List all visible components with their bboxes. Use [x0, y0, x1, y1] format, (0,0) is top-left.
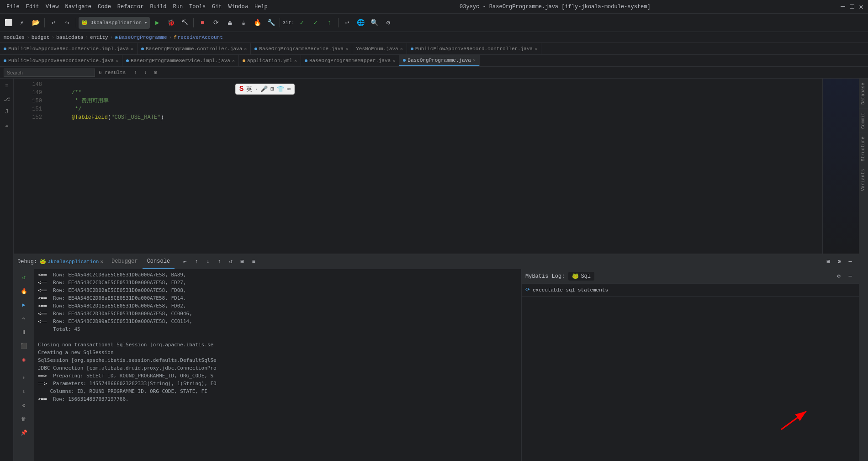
toolbar-translate[interactable]: 🌐: [355, 16, 367, 29]
menu-tools[interactable]: Tools: [186, 3, 208, 11]
toolbar-search[interactable]: 🔍: [368, 16, 381, 29]
menu-build[interactable]: Build: [147, 3, 169, 11]
console-btn-6[interactable]: ⊞: [237, 257, 247, 267]
git-arrow-up[interactable]: ↑: [323, 16, 336, 29]
toolbar-icon-7[interactable]: ⏏: [223, 16, 236, 29]
tab-publicflow-service[interactable]: PublicFlowApproveRecordService.java ✕: [0, 55, 122, 66]
toolbar-icon-9[interactable]: 🔥: [251, 16, 264, 29]
debug-tab-debugger[interactable]: Debugger: [107, 255, 143, 269]
debug-restart-btn[interactable]: ↺: [17, 271, 30, 284]
breadcrumb-baseorgprogramme[interactable]: ◉BaseOrgProgramme: [115, 34, 167, 40]
toolbar-icon-4[interactable]: ↩: [47, 16, 60, 29]
debug-settings-btn[interactable]: ⚙: [834, 257, 844, 267]
vtab-commit[interactable]: Commit: [859, 108, 868, 132]
debug-button[interactable]: 🐞: [164, 16, 177, 29]
debug-trash-btn[interactable]: 🗑: [17, 413, 30, 425]
git-check-1[interactable]: ✓: [296, 16, 308, 29]
menu-window[interactable]: Window: [226, 3, 251, 11]
menu-view[interactable]: View: [43, 3, 62, 11]
tab-controller[interactable]: BaseOrgProgramme.controller.java ✕: [138, 43, 251, 54]
tab-close-3[interactable]: ✕: [345, 46, 348, 52]
search-input[interactable]: [4, 69, 95, 77]
vtab-variants[interactable]: Variants: [859, 165, 868, 195]
tab-application-yml[interactable]: application.yml ✕: [239, 55, 301, 66]
mybatis-minimize-btn[interactable]: ─: [845, 271, 855, 281]
tab-close-8[interactable]: ✕: [294, 58, 297, 64]
search-filter-btn[interactable]: ⚙: [151, 69, 159, 77]
coverage-button[interactable]: ⛏: [178, 16, 191, 29]
toolbar-icon-6[interactable]: ⟳: [210, 16, 222, 29]
activity-structure[interactable]: ≡: [1, 80, 13, 92]
tab-close-4[interactable]: ✕: [400, 46, 403, 52]
console-btn-1[interactable]: ⇤: [180, 257, 190, 267]
debug-step-over-btn[interactable]: ↷: [17, 312, 30, 325]
tab-close-7[interactable]: ✕: [232, 58, 235, 64]
toolbar-icon-1[interactable]: ⬜: [2, 16, 15, 29]
search-next-btn[interactable]: ↓: [141, 69, 149, 77]
toolbar-icon-10[interactable]: 🔧: [265, 16, 277, 29]
debug-step-down-btn[interactable]: ⬇: [17, 385, 30, 398]
minimize-button[interactable]: ─: [840, 4, 846, 10]
run-button[interactable]: ▶: [151, 16, 164, 29]
mybatis-sql-tab[interactable]: 🐸 Sql: [568, 272, 594, 281]
stop-button[interactable]: ■: [196, 16, 209, 29]
tab-service[interactable]: BaseOrgProgrammeService.java ✕: [251, 43, 352, 54]
menu-run[interactable]: Run: [170, 3, 185, 11]
toolbar-icon-5[interactable]: ↪: [61, 16, 74, 29]
git-check-2[interactable]: ✓: [309, 16, 322, 29]
menu-navigate[interactable]: Navigate: [62, 3, 94, 11]
debug-minimize-btn[interactable]: ─: [845, 257, 855, 267]
debug-pause-btn[interactable]: ⏸: [17, 326, 30, 339]
console-btn-3[interactable]: ↓: [203, 257, 213, 267]
debug-pin-btn[interactable]: 📌: [17, 426, 30, 439]
breadcrumb-entity[interactable]: entity: [90, 35, 108, 40]
tab-mapper[interactable]: BaseOrgProgrammeMapper.java ✕: [301, 55, 399, 66]
breadcrumb-basicdata[interactable]: basicdata: [56, 35, 83, 40]
tab-close-10[interactable]: ✕: [473, 58, 476, 63]
debug-stop-btn[interactable]: ⬛: [17, 339, 30, 352]
console-btn-5[interactable]: ↺: [226, 257, 236, 267]
code-editor[interactable]: /** * 费用可用率 */ @TableField("COST_USE_RAT…: [55, 79, 822, 254]
toolbar-undo[interactable]: ↩: [341, 16, 354, 29]
debug-app-badge[interactable]: 🐸 JkoalaApplication ✕: [40, 259, 103, 265]
breadcrumb-receiveraccount[interactable]: freceiverAccount: [174, 35, 223, 40]
activity-jpa[interactable]: J: [1, 106, 13, 118]
toolbar-settings[interactable]: ⚙: [382, 16, 395, 29]
debug-app-close[interactable]: ✕: [100, 259, 103, 265]
tab-close-5[interactable]: ✕: [535, 46, 537, 52]
vtab-structure[interactable]: Structure: [859, 132, 868, 165]
tab-yesnoenum[interactable]: YesNoEnum.java ✕: [352, 43, 407, 54]
console-btn-4[interactable]: ↑: [214, 257, 224, 267]
close-button[interactable]: ✕: [858, 4, 864, 10]
activity-commit[interactable]: ⎇: [1, 93, 13, 105]
activity-aws[interactable]: ☁: [1, 119, 13, 131]
toolbar-icon-8[interactable]: ☕: [237, 16, 250, 29]
menu-edit[interactable]: Edit: [23, 3, 42, 11]
tab-baseorgprogramme[interactable]: BaseOrgProgramme.java ✕: [399, 55, 480, 66]
tab-publicflow-2[interactable]: PublicFlowApproveRecord.controller.java …: [407, 43, 541, 54]
debug-fire-btn[interactable]: 🔥: [17, 285, 30, 297]
console-btn-2[interactable]: ↑: [191, 257, 201, 267]
menu-refactor[interactable]: Refactor: [115, 3, 147, 11]
mybatis-reload-btn[interactable]: ⟳: [525, 286, 530, 293]
tab-close-9[interactable]: ✕: [392, 58, 395, 64]
debug-filter-btn[interactable]: ⚙: [17, 399, 30, 412]
menu-file[interactable]: File: [4, 3, 22, 11]
menu-git[interactable]: Git: [209, 3, 225, 11]
tab-close-6[interactable]: ✕: [116, 58, 118, 64]
debug-console[interactable]: <== Row: EE4A548C2CD8aE5CE0531D0a000A7E5…: [34, 269, 521, 461]
menu-code[interactable]: Code: [95, 3, 114, 11]
mybatis-settings-btn[interactable]: ⚙: [834, 271, 844, 281]
toolbar-icon-3[interactable]: 📂: [29, 16, 42, 29]
debug-tab-console[interactable]: Console: [143, 255, 175, 269]
debug-resume-btn[interactable]: ▶: [17, 298, 30, 311]
maximize-button[interactable]: □: [849, 4, 855, 10]
breadcrumb-budget[interactable]: budget: [32, 35, 50, 40]
debug-layout-btn[interactable]: ⊞: [823, 257, 833, 267]
console-btn-7[interactable]: ≡: [249, 257, 259, 267]
tab-close-2[interactable]: ✕: [244, 46, 247, 52]
debug-step-up-btn[interactable]: ⬆: [17, 371, 30, 384]
menu-help[interactable]: Help: [252, 3, 270, 11]
breadcrumb-modules[interactable]: modules: [4, 35, 25, 40]
vtab-database[interactable]: Database: [859, 79, 868, 108]
